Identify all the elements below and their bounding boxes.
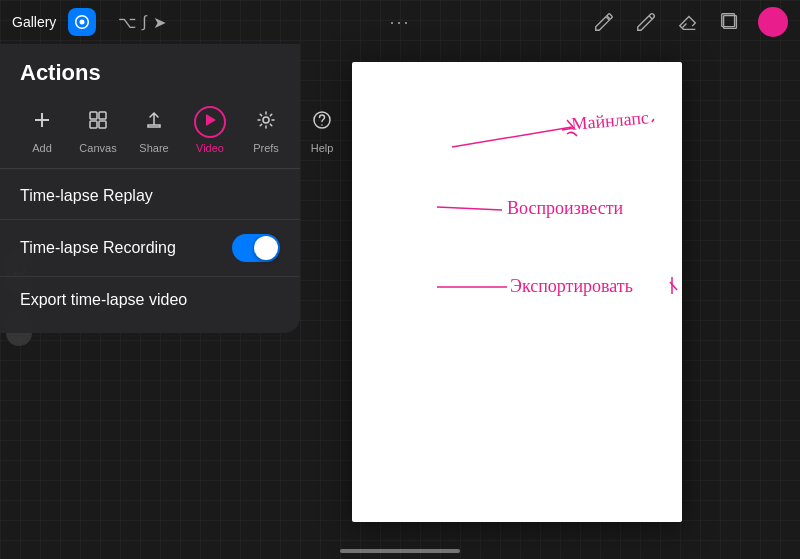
tab-share-label: Share	[139, 142, 168, 154]
svg-rect-6	[99, 112, 106, 119]
send-icon[interactable]: ➤	[153, 13, 166, 32]
svg-rect-8	[99, 121, 106, 128]
actions-title: Actions	[0, 44, 300, 96]
actions-panel: Actions Add	[0, 44, 300, 333]
export-timelapse-row[interactable]: Export time-lapse video	[0, 277, 300, 323]
svg-line-13	[452, 127, 572, 147]
procreate-icon[interactable]	[68, 8, 96, 36]
tab-add-icon-wrap	[26, 106, 58, 138]
timelapse-recording-label: Time-lapse Recording	[20, 239, 176, 257]
tab-help-icon-wrap	[306, 106, 338, 138]
share-icon	[144, 110, 164, 135]
tab-share-icon-wrap	[138, 106, 170, 138]
svg-text:Экспортировать: Экспортировать	[510, 276, 633, 296]
divider-top	[0, 168, 300, 169]
actions-tabs: Add Canvas	[0, 96, 300, 168]
tab-canvas-label: Canvas	[79, 142, 116, 154]
tab-share[interactable]: Share	[128, 102, 180, 158]
tab-canvas[interactable]: Canvas	[72, 102, 124, 158]
svg-point-10	[263, 117, 269, 123]
pen-tool[interactable]	[590, 8, 618, 36]
timelapse-recording-row[interactable]: Time-lapse Recording	[0, 220, 300, 277]
svg-text:Майнлапс: Майнлапс	[571, 107, 650, 134]
toolbar-center: ···	[389, 12, 410, 33]
timelapse-recording-toggle[interactable]	[232, 234, 280, 262]
pencil-tool[interactable]	[632, 8, 660, 36]
gallery-label: Gallery	[12, 14, 56, 30]
eraser-tool[interactable]	[674, 8, 702, 36]
tab-help[interactable]: Help	[296, 102, 348, 158]
help-icon	[312, 110, 332, 135]
timelapse-replay-row[interactable]: Time-lapse Replay	[0, 173, 300, 220]
tab-video-icon-wrap	[194, 106, 226, 138]
prefs-icon	[256, 110, 276, 135]
home-indicator	[340, 549, 460, 553]
tab-add-label: Add	[32, 142, 52, 154]
dots-menu[interactable]: ···	[389, 12, 410, 33]
tab-help-label: Help	[311, 142, 334, 154]
svg-text:Воспроизвести: Воспроизвести	[507, 198, 624, 218]
tab-prefs[interactable]: Prefs	[240, 102, 292, 158]
toolbar-left: Gallery ⌥ ∫ ➤	[12, 8, 166, 36]
svg-rect-7	[90, 121, 97, 128]
gallery-button[interactable]: Gallery	[12, 14, 56, 30]
svg-point-12	[321, 124, 323, 126]
strokes-icon[interactable]: ∫	[142, 13, 146, 31]
export-timelapse-label: Export time-lapse video	[20, 291, 187, 309]
canvas-drawing: Майнлапс Воспроизвести Экспортировать	[352, 62, 682, 522]
video-icon	[201, 111, 219, 134]
nav-icons: ⌥ ∫ ➤	[118, 13, 165, 32]
tab-add[interactable]: Add	[16, 102, 68, 158]
tab-video-label: Video	[196, 142, 224, 154]
add-icon	[32, 110, 52, 135]
svg-rect-5	[90, 112, 97, 119]
toggle-knob	[254, 236, 278, 260]
svg-marker-9	[206, 114, 216, 126]
drawing-canvas[interactable]: Майнлапс Воспроизвести Экспортировать	[352, 62, 682, 522]
tab-prefs-icon-wrap	[250, 106, 282, 138]
svg-line-15	[437, 207, 502, 210]
svg-rect-4	[35, 119, 49, 121]
svg-point-0	[80, 20, 85, 25]
tab-video[interactable]: Video	[184, 102, 236, 158]
color-picker[interactable]	[758, 7, 788, 37]
undo-icon[interactable]: ⌥	[118, 13, 136, 32]
tab-prefs-label: Prefs	[253, 142, 279, 154]
timelapse-replay-label: Time-lapse Replay	[20, 187, 153, 205]
canvas-icon	[88, 110, 108, 135]
tab-canvas-icon-wrap	[82, 106, 114, 138]
svg-line-19	[670, 282, 677, 290]
top-toolbar: Gallery ⌥ ∫ ➤ ···	[0, 0, 800, 44]
toolbar-right	[590, 7, 788, 37]
layers-tool[interactable]	[716, 8, 744, 36]
